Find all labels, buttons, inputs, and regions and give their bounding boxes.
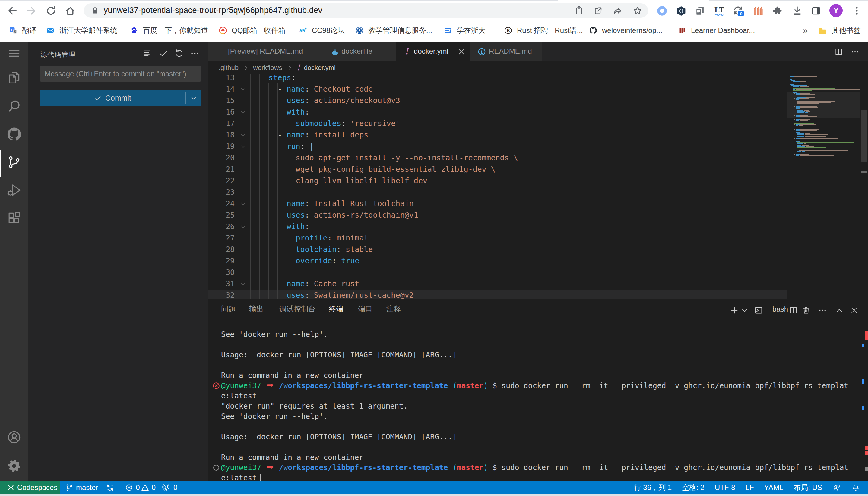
other-bookmarks-folder[interactable]: 其他书签	[818, 19, 861, 42]
activity-menu-icon[interactable]	[6, 46, 22, 61]
error-indicator[interactable]: 0	[125, 483, 140, 492]
panel-tab-5[interactable]: 注释	[386, 304, 401, 314]
copy-pages-extension-icon[interactable]	[694, 5, 705, 16]
code-line-28[interactable]: 28 toolchain: stable	[208, 244, 787, 255]
maximize-panel-chevron-icon[interactable]	[835, 306, 843, 314]
activity-settings-gear-icon[interactable]	[6, 458, 22, 474]
home-icon[interactable]	[64, 5, 76, 17]
tab-close-icon[interactable]	[457, 48, 466, 56]
activity-debug-icon[interactable]	[6, 183, 22, 198]
eol[interactable]: LF	[746, 483, 754, 492]
code-line-22[interactable]: 22 clang llvm libelf1 libelf-dev	[208, 175, 787, 187]
share-icon[interactable]	[613, 6, 623, 16]
panel-more-ellipsis-icon[interactable]	[818, 306, 827, 314]
code-line-30[interactable]: 30	[208, 267, 787, 278]
url-text[interactable]: yunwei37-potential-space-trout-rpr5qwj66…	[104, 6, 323, 15]
bookmark-item[interactable]: G翻译	[9, 19, 36, 42]
code-line-19[interactable]: 19 run: |	[208, 141, 787, 152]
commit-button[interactable]: Commit	[40, 90, 201, 106]
download-icon[interactable]	[792, 5, 803, 16]
bookmark-star-icon[interactable]	[633, 6, 642, 15]
code-line-21[interactable]: 21 wget pkg-config build-essential zlib1…	[208, 164, 787, 175]
sidebar-action-check-all-icon[interactable]	[159, 48, 168, 58]
code-line-32[interactable]: 32 uses: Swatinem/rust-cache@v2	[208, 290, 787, 299]
editor-more-actions-icon[interactable]	[851, 48, 859, 56]
activity-github-icon[interactable]	[6, 127, 22, 142]
bookmark-item[interactable]: QQ邮箱 - 收件箱	[219, 19, 286, 42]
activity-search-icon[interactable]	[6, 98, 22, 113]
code-line-17[interactable]: 17 submodules: 'recursive'	[208, 118, 787, 129]
bookmarks-overflow-chevron[interactable]: »	[799, 26, 811, 35]
terminal-dropdown-chevron-icon[interactable]	[740, 306, 749, 314]
activity-extensions-icon[interactable]	[6, 211, 22, 226]
editor-tab-dockerfile[interactable]: dockerfile	[323, 42, 396, 61]
close-panel-icon[interactable]	[850, 306, 858, 314]
code-line-15[interactable]: 15 uses: actions/checkout@v3	[208, 95, 787, 106]
open-in-new-icon[interactable]	[594, 6, 603, 15]
sync-indicator[interactable]	[106, 484, 114, 492]
editor-scrollbar-thumb[interactable]	[861, 110, 867, 162]
terminal-content[interactable]: See 'docker run --help'.Usage: docker ru…	[221, 329, 860, 481]
sidebar-action-more-icon[interactable]	[190, 48, 200, 58]
panel-tab-1[interactable]: 输出	[249, 304, 264, 314]
editor-scrollbar[interactable]	[860, 74, 868, 299]
bookmark-item[interactable]: 浙江大学邮件系统	[47, 19, 117, 42]
indentation[interactable]: 空格: 2	[682, 483, 705, 492]
feedback-icon[interactable]	[833, 483, 841, 492]
split-editor-icon[interactable]	[835, 48, 843, 56]
fold-chevron-icon[interactable]	[239, 223, 247, 230]
commit-button-main[interactable]: Commit	[40, 90, 185, 106]
remote-indicator[interactable]: Codespaces	[0, 481, 60, 494]
breadcrumbs[interactable]: .githubworkflows!docker.yml	[219, 61, 822, 74]
languagetool-extension-icon[interactable]: LT	[714, 5, 725, 16]
fold-chevron-icon[interactable]	[239, 280, 247, 288]
ports-indicator[interactable]: 0	[162, 483, 177, 492]
keyboard-layout[interactable]: 布局: US	[793, 483, 822, 492]
activity-explorer-icon[interactable]	[6, 70, 22, 85]
code-editor[interactable]: 13 steps:14 - name: Checkout code15 uses…	[208, 74, 787, 299]
bookmark-item[interactable]: weloveinterns/op...	[589, 19, 662, 42]
editor-tab--preview-readme.md[interactable]: [Preview] README.md	[208, 42, 323, 61]
panel-tab-terminal[interactable]: 终端	[329, 304, 343, 314]
breadcrumb-item[interactable]: docker.yml	[304, 64, 336, 72]
bookmark-item[interactable]: Learner Dashboar...	[678, 19, 755, 42]
bookmark-item[interactable]: RRust 招聘 - Rust语...	[504, 19, 583, 42]
code-line-31[interactable]: 31 - name: Cache rust	[208, 278, 787, 290]
breadcrumb-item[interactable]: .github	[219, 64, 239, 72]
code-line-27[interactable]: 27 profile: minimal	[208, 232, 787, 244]
back-icon[interactable]	[6, 5, 18, 17]
warning-indicator[interactable]: 0	[141, 483, 155, 492]
activity-account-icon[interactable]	[6, 430, 22, 445]
commit-dropdown-chevron[interactable]	[186, 90, 201, 106]
panel-tab-4[interactable]: 端口	[358, 304, 373, 314]
fold-chevron-icon[interactable]	[239, 200, 247, 207]
editor-tab-docker.yml[interactable]: !docker.yml	[396, 42, 469, 61]
fold-chevron-icon[interactable]	[239, 131, 247, 139]
kill-terminal-trash-icon[interactable]	[802, 306, 810, 314]
sync-badge-extension-icon[interactable]: 0	[732, 5, 744, 16]
code-line-25[interactable]: 25 uses: actions-rs/toolchain@v1	[208, 210, 787, 221]
dev-shield-extension-icon[interactable]	[676, 5, 687, 17]
code-line-26[interactable]: 26 with:	[208, 221, 787, 232]
code-line-18[interactable]: 18 - name: install deps	[208, 129, 787, 141]
fold-chevron-icon[interactable]	[239, 143, 247, 150]
code-line-13[interactable]: 13 steps:	[208, 74, 787, 83]
code-line-16[interactable]: 16 with:	[208, 106, 787, 118]
sidebar-action-refresh-icon[interactable]	[174, 48, 184, 58]
fold-chevron-icon[interactable]	[239, 86, 247, 93]
breadcrumb-item[interactable]: workflows	[253, 64, 282, 72]
encoding[interactable]: UTF-8	[715, 483, 735, 492]
code-line-23[interactable]: 23	[208, 187, 787, 198]
code-line-14[interactable]: 14 - name: Checkout code	[208, 83, 787, 95]
fold-chevron-icon[interactable]	[239, 108, 247, 116]
clipboard-icon[interactable]	[574, 6, 584, 15]
notifications-bell-icon[interactable]	[852, 483, 859, 492]
profile-avatar[interactable]: Y	[829, 4, 843, 17]
forward-icon[interactable]	[25, 5, 38, 17]
bookmark-item[interactable]: 百度一下，你就知道	[130, 19, 208, 42]
editor-tab-readme.md[interactable]: README.md	[469, 42, 542, 61]
reading-mode-icon[interactable]	[811, 5, 821, 16]
browser-menu-dots-icon[interactable]	[851, 5, 863, 17]
terminal-shell-icon-icon[interactable]	[754, 306, 763, 314]
new-terminal-plus-icon[interactable]	[730, 306, 738, 314]
